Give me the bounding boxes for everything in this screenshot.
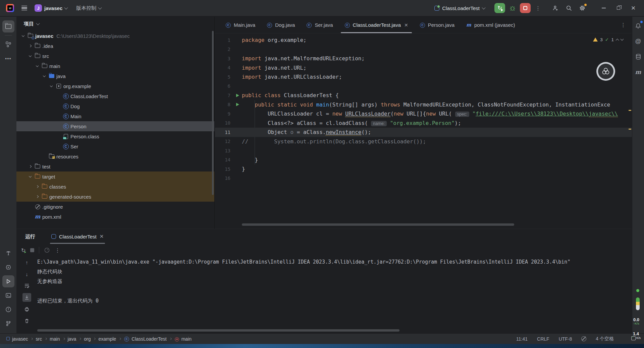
- toolwindow-button-version-control[interactable]: [2, 318, 14, 330]
- console-options-kebab[interactable]: ⋮: [55, 247, 60, 254]
- rerun-console-button[interactable]: ↻: [21, 247, 25, 254]
- code-line-16[interactable]: 16: [215, 174, 632, 183]
- tree-item-resources[interactable]: resources: [16, 151, 214, 161]
- breadcrumb-item-src[interactable]: src: [36, 336, 42, 342]
- settings-gear-icon[interactable]: [577, 3, 588, 13]
- scroll-down-icon[interactable]: ↓: [22, 270, 31, 278]
- tree-item-classes[interactable]: classes: [16, 182, 214, 192]
- project-widget[interactable]: J javasec: [35, 4, 67, 12]
- code-line-1[interactable]: 1package org.example;: [215, 36, 632, 45]
- toolwindow-button-database[interactable]: [633, 51, 643, 62]
- cursor-position-widget[interactable]: 11:41: [516, 336, 528, 342]
- tree-chevron-icon[interactable]: [34, 196, 41, 198]
- highlight-level-icon[interactable]: [581, 336, 586, 341]
- code-line-8[interactable]: 8 public static void main(String[] args)…: [215, 100, 632, 110]
- code-line-4[interactable]: 4import java.net.URL;: [215, 63, 632, 73]
- editor-tab-Ser.java[interactable]: CSer.java: [301, 17, 338, 33]
- tree-chevron-icon[interactable]: [20, 35, 26, 37]
- prev-issue-icon[interactable]: [616, 39, 619, 42]
- toolwindow-button-ai-assistant[interactable]: @: [633, 36, 643, 47]
- breadcrumb-item-main[interactable]: main: [50, 336, 60, 342]
- code-line-14[interactable]: 14 }: [215, 155, 632, 165]
- breadcrumb-item-main[interactable]: mmain: [174, 336, 192, 342]
- tree-chevron-icon[interactable]: [27, 55, 34, 57]
- tree-item-ClassLoaderTest[interactable]: CClassLoaderTest: [16, 91, 214, 101]
- tree-chevron-icon[interactable]: [34, 186, 41, 188]
- toolwindow-button-structure[interactable]: [2, 38, 14, 50]
- soft-wrap-icon[interactable]: [22, 281, 31, 290]
- run-configuration-selector[interactable]: ClassLoaderTest: [434, 5, 485, 11]
- more-actions-kebab[interactable]: ⋮: [533, 3, 543, 13]
- toolwindow-button-run[interactable]: [2, 275, 14, 287]
- tree-item-target[interactable]: target: [16, 171, 214, 182]
- tree-item-Dog[interactable]: CDog: [16, 101, 214, 111]
- search-icon[interactable]: [564, 3, 574, 13]
- stop-button[interactable]: [520, 3, 531, 13]
- tree-chevron-icon[interactable]: [27, 45, 34, 47]
- breadcrumb-item-javasec[interactable]: javasec: [6, 336, 28, 342]
- tree-item-pom.xml[interactable]: mpom.xml: [16, 212, 214, 222]
- debug-button[interactable]: [507, 3, 518, 13]
- inlay-hint[interactable]: name:: [371, 121, 387, 126]
- warning-stripe-mark[interactable]: [629, 129, 631, 130]
- window-maximize-button[interactable]: [611, 2, 626, 14]
- breadcrumb-item-ClassLoaderTest[interactable]: CClassLoaderTest: [124, 336, 166, 342]
- window-close-button[interactable]: ✕: [626, 2, 641, 14]
- editor-horizontal-scrollbar[interactable]: [242, 223, 514, 226]
- tree-item-Person[interactable]: CPerson: [16, 121, 214, 131]
- editor-tab-Dog.java[interactable]: CDog.java: [261, 17, 301, 33]
- toolwindow-button-more[interactable]: •••: [2, 52, 14, 64]
- chevron-down-icon[interactable]: [36, 21, 40, 25]
- console-horizontal-scrollbar[interactable]: [37, 329, 399, 332]
- line-ending-widget[interactable]: CRLF: [537, 336, 549, 342]
- tree-chevron-icon[interactable]: [34, 65, 41, 67]
- code-line-5[interactable]: 5import java.net.URLClassLoader;: [215, 72, 632, 82]
- code-line-11[interactable]: 11 Object o = aClass.newInstance();: [215, 128, 632, 137]
- encoding-widget[interactable]: UTF-8: [559, 336, 572, 342]
- indent-widget[interactable]: 4 个空格: [596, 336, 614, 342]
- tree-item-Ser[interactable]: CSer: [16, 141, 214, 151]
- tree-item-org.example[interactable]: org.example: [16, 81, 214, 91]
- rerun-button[interactable]: ↻: [494, 3, 505, 13]
- toolwindow-button-notifications[interactable]: [633, 20, 643, 31]
- code-line-10[interactable]: 10 Class<?> aClass = cl.loadClass( name:…: [215, 119, 632, 128]
- close-icon[interactable]: ✕: [100, 233, 104, 239]
- tree-chevron-icon[interactable]: [41, 75, 48, 77]
- breadcrumb-item-example[interactable]: example: [98, 336, 116, 342]
- run-tab[interactable]: ClassLoaderTest ✕: [50, 229, 105, 244]
- project-tree-scrollbar[interactable]: [212, 31, 214, 195]
- scroll-to-end-icon[interactable]: [22, 293, 31, 302]
- toolwindow-button-terminal[interactable]: [2, 289, 14, 301]
- stop-console-button[interactable]: [30, 248, 34, 252]
- print-icon[interactable]: [22, 305, 31, 314]
- code-with-me-icon[interactable]: [550, 3, 561, 13]
- inspections-widget[interactable]: 3 ✓ 1: [593, 37, 623, 42]
- code-line-6[interactable]: 6: [215, 82, 632, 91]
- tree-item-main[interactable]: main: [16, 61, 214, 71]
- tree-item-Main[interactable]: CMain: [16, 111, 214, 121]
- close-icon[interactable]: ✕: [404, 22, 408, 28]
- window-minimize-button[interactable]: [596, 2, 611, 14]
- toolwindow-button-problems[interactable]: [2, 303, 14, 316]
- code-line-15[interactable]: 15}: [215, 164, 632, 174]
- editor-tab-pom.xml (javasec)[interactable]: mpom.xml (javasec): [460, 17, 521, 33]
- warning-stripe-mark[interactable]: [629, 110, 631, 111]
- next-issue-icon[interactable]: [621, 37, 624, 41]
- main-menu-icon[interactable]: [21, 6, 27, 11]
- tree-item-java[interactable]: java: [16, 71, 214, 81]
- toolwindow-button-project[interactable]: [2, 20, 14, 32]
- tree-item-javasec[interactable]: javasecC:\Users\38123\Desktop\javasec: [16, 31, 214, 41]
- editor-scrollbar[interactable]: [628, 33, 632, 228]
- tree-item-.idea[interactable]: .idea: [16, 41, 214, 51]
- profiler-icon[interactable]: [44, 247, 50, 253]
- breadcrumb-item-org[interactable]: org: [84, 336, 91, 342]
- run-line-icon[interactable]: [233, 103, 242, 106]
- clear-icon[interactable]: [22, 317, 31, 325]
- scroll-up-icon[interactable]: ↑: [22, 258, 31, 267]
- toolwindow-button-build[interactable]: [2, 247, 14, 259]
- tree-item-.gitignore[interactable]: .gitignore: [16, 202, 214, 212]
- breadcrumb-item-java[interactable]: java: [68, 336, 76, 342]
- toolwindow-button-maven[interactable]: m: [633, 66, 643, 78]
- vcs-widget[interactable]: 版本控制: [76, 5, 101, 11]
- tree-item-src[interactable]: src: [16, 51, 214, 61]
